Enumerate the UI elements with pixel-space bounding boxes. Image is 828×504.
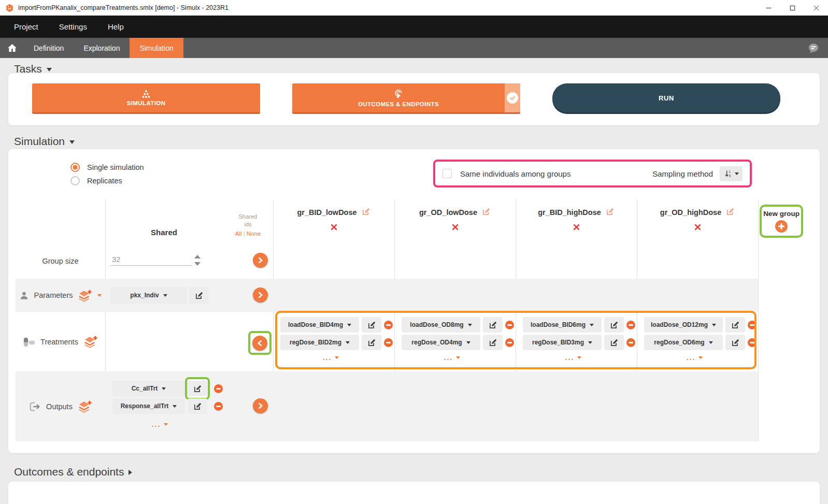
caret-down-icon[interactable] xyxy=(97,294,102,297)
menu-help[interactable]: Help xyxy=(108,22,124,31)
edit-treatment-button[interactable] xyxy=(483,335,503,350)
tab-exploration[interactable]: Exploration xyxy=(74,38,130,58)
more-treatments-toggle[interactable]: ... xyxy=(402,353,503,362)
edit-output-button[interactable] xyxy=(188,398,207,414)
remove-treatment-button[interactable] xyxy=(626,338,635,347)
run-button[interactable]: RUN xyxy=(552,83,780,112)
edit-group-icon[interactable] xyxy=(362,207,370,218)
window-controls xyxy=(756,0,828,16)
parameters-shared-dropdown[interactable]: pkx_Indiv xyxy=(110,287,187,304)
same-individuals-checkbox[interactable] xyxy=(442,169,452,178)
parameters-shared-value: pkx_Indiv xyxy=(130,292,159,299)
delete-group-button[interactable] xyxy=(330,223,338,233)
maximize-button[interactable] xyxy=(780,0,804,16)
menu-project[interactable]: Project xyxy=(14,22,38,31)
caret-down-icon xyxy=(173,405,177,408)
remove-output-button[interactable] xyxy=(214,402,223,411)
feedback-button[interactable] xyxy=(807,38,820,58)
edit-icon xyxy=(731,338,740,347)
remove-treatment-button[interactable] xyxy=(384,338,393,347)
more-label: ... xyxy=(152,420,161,428)
treatments-collapse-annotation xyxy=(248,331,272,355)
tab-definition[interactable]: Definition xyxy=(24,38,74,58)
output-dropdown[interactable]: Response_allTrt xyxy=(112,398,185,414)
edit-icon xyxy=(489,338,497,347)
minimize-button[interactable] xyxy=(756,0,780,16)
tab-simulation[interactable]: Simulation xyxy=(130,38,183,58)
edit-treatment-button[interactable] xyxy=(483,317,503,333)
menu-settings[interactable]: Settings xyxy=(59,22,87,31)
edit-treatment-button[interactable] xyxy=(725,317,745,333)
output-value: Response_allTrt xyxy=(121,402,169,410)
remove-treatment-button[interactable] xyxy=(505,338,514,347)
more-treatments-toggle[interactable]: ... xyxy=(644,353,745,362)
group-header: gr_OD_highDose xyxy=(637,199,758,233)
outputs-expand-button[interactable] xyxy=(253,398,268,413)
simulation-task-button[interactable]: SIMULATION xyxy=(32,83,260,112)
home-button[interactable] xyxy=(0,38,24,58)
delete-group-button[interactable] xyxy=(573,223,580,233)
outcomes-section-toggle[interactable]: Outcomes & endpoints xyxy=(14,466,132,478)
radio-single-simulation[interactable]: Single simulation xyxy=(70,161,144,174)
treatment-dropdown[interactable]: loadDose_OD8mg xyxy=(402,317,480,333)
edit-output-button[interactable] xyxy=(188,381,207,396)
more-outputs-toggle[interactable]: ... xyxy=(112,420,207,428)
edit-treatment-button[interactable] xyxy=(604,317,624,333)
spin-down-button[interactable] xyxy=(194,262,201,266)
treatments-row-label: Treatments xyxy=(16,312,105,371)
treatment-dropdown[interactable]: regDose_BID2mg xyxy=(280,335,359,350)
remove-output-button[interactable] xyxy=(214,384,223,393)
sampling-method-label: Sampling method xyxy=(652,169,713,178)
radio-replicates[interactable]: Replicates xyxy=(70,174,144,188)
treatment-dropdown[interactable]: regDose_OD4mg xyxy=(402,335,480,350)
caret-down-icon xyxy=(588,341,592,344)
remove-treatment-button[interactable] xyxy=(748,338,756,347)
simulation-card: Single simulation Replicates Same indivi… xyxy=(8,149,820,453)
remove-treatment-button[interactable] xyxy=(748,321,756,329)
new-group-button[interactable]: New group xyxy=(760,205,803,238)
edit-parameters-button[interactable] xyxy=(189,287,209,304)
shared-ids-none-link[interactable]: None xyxy=(247,231,261,237)
simulation-task-label: SIMULATION xyxy=(127,100,166,106)
simulation-section-toggle[interactable]: Simulation xyxy=(14,135,75,148)
edit-treatment-button[interactable] xyxy=(362,335,381,350)
add-parameter-layers-icon[interactable] xyxy=(78,289,92,302)
remove-treatment-button[interactable] xyxy=(505,321,514,329)
add-output-layers-icon[interactable] xyxy=(78,400,92,413)
group-size-input[interactable] xyxy=(110,255,192,266)
edit-group-icon[interactable] xyxy=(726,207,735,218)
edit-treatment-button[interactable] xyxy=(362,317,381,333)
treatments-collapse-button[interactable] xyxy=(252,336,267,351)
more-treatments-toggle[interactable]: ... xyxy=(523,353,624,362)
remove-treatment-button[interactable] xyxy=(626,321,635,329)
treatment-dropdown[interactable]: loadDose_OD12mg xyxy=(644,317,723,333)
edit-treatment-button[interactable] xyxy=(725,335,745,350)
treatment-dropdown[interactable]: regDose_BID3mg xyxy=(523,335,602,350)
treatment-value: regDose_BID2mg xyxy=(290,339,341,346)
edit-group-icon[interactable] xyxy=(482,207,491,218)
treatment-dropdown[interactable]: loadDose_BID4mg xyxy=(280,317,359,333)
shared-ids-all-link[interactable]: All xyxy=(235,231,242,237)
delete-group-button[interactable] xyxy=(694,223,702,233)
group-size-label: Group size xyxy=(42,257,78,265)
edit-treatment-button[interactable] xyxy=(604,335,624,350)
outcomes-task-button[interactable]: OUTCOMES & ENDPOINTS xyxy=(292,83,520,112)
spin-up-button[interactable] xyxy=(194,255,201,258)
sampling-method-dropdown[interactable] xyxy=(720,166,743,181)
parameters-expand-button[interactable] xyxy=(253,287,268,303)
delete-group-button[interactable] xyxy=(451,223,459,233)
remove-treatment-button[interactable] xyxy=(384,321,393,329)
title-bar: importFromPKanalix_compareTreatments.sml… xyxy=(0,0,828,16)
menu-bar: Project Settings Help xyxy=(0,16,828,38)
close-button[interactable] xyxy=(804,0,828,16)
treatment-dropdown[interactable]: regDose_OD6mg xyxy=(644,335,723,350)
simulation-type-radios: Single simulation Replicates xyxy=(70,161,144,188)
edit-group-icon[interactable] xyxy=(606,207,615,218)
more-label: ... xyxy=(444,353,453,362)
group-size-expand-button[interactable] xyxy=(253,253,268,268)
treatment-dropdown[interactable]: loadDose_BID6mg xyxy=(523,317,602,333)
parameters-row-label: Parameters xyxy=(16,279,105,312)
add-treatment-layers-icon[interactable] xyxy=(83,335,98,348)
output-dropdown[interactable]: Cc_allTrt xyxy=(112,381,185,396)
more-treatments-toggle[interactable]: ... xyxy=(280,353,381,362)
